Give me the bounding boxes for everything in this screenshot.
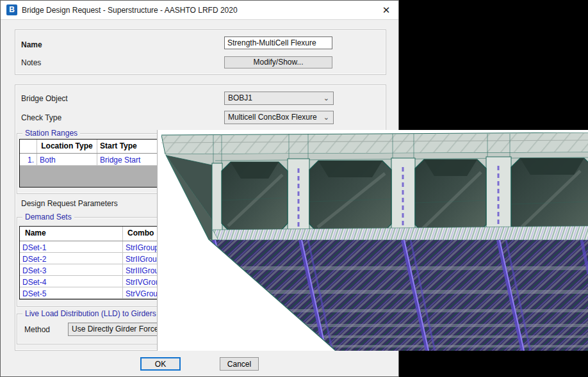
- demand-row-name[interactable]: DSet-4: [20, 276, 123, 287]
- desktop-background: [399, 0, 588, 130]
- bridge-object-select[interactable]: BOBJ1 ⌄: [224, 92, 334, 105]
- demand-row-name[interactable]: DSet-1: [20, 241, 123, 252]
- station-row-location[interactable]: Both: [37, 154, 97, 165]
- name-input[interactable]: Strength-MultiCell Flexure: [224, 36, 332, 49]
- demand-row-name[interactable]: DSet-3: [20, 264, 123, 275]
- lld-group-label: Live Load Distribution (LLD) to Girders: [22, 309, 159, 318]
- notes-label: Notes: [21, 58, 41, 67]
- bridge-model-graphic: [158, 130, 588, 351]
- demand-row-name[interactable]: DSet-2: [20, 253, 123, 264]
- station-col-num-header: [20, 140, 37, 153]
- cancel-button[interactable]: Cancel: [220, 357, 259, 371]
- chevron-down-icon: ⌄: [323, 113, 329, 122]
- close-icon[interactable]: ✕: [379, 3, 393, 17]
- check-type-value: Multicell ConcBox Flexure: [228, 113, 317, 122]
- bridge-3d-render[interactable]: [157, 130, 588, 351]
- dialog-title: Bridge Design Request - Superstructure -…: [22, 6, 238, 15]
- app-icon: B: [6, 4, 17, 15]
- design-request-parameters-label: Design Request Parameters: [21, 199, 118, 208]
- dialog-titlebar[interactable]: B Bridge Design Request - Superstructure…: [1, 1, 398, 20]
- check-type-select[interactable]: Multicell ConcBox Flexure ⌄: [224, 111, 334, 124]
- station-row-num: 1.: [20, 154, 37, 165]
- lld-method-value: Use Directly Girder Forces f: [72, 325, 167, 333]
- demand-sets-group-label: Demand Sets: [22, 213, 74, 221]
- desktop: B Bridge Design Request - Superstructure…: [0, 0, 588, 377]
- method-label: Method: [24, 325, 50, 334]
- demand-row-name[interactable]: DSet-5: [20, 287, 123, 298]
- bridge-object-value: BOBJ1: [228, 93, 252, 102]
- name-label: Name: [21, 40, 42, 49]
- modify-show-button[interactable]: Modify/Show...: [224, 56, 332, 68]
- desktop-background: [399, 351, 588, 377]
- station-ranges-group-label: Station Ranges: [22, 129, 80, 138]
- demand-col-name-header: Name: [20, 227, 123, 241]
- ok-button[interactable]: OK: [140, 357, 181, 371]
- station-col-location-header: Location Type: [37, 140, 97, 153]
- bridge-object-label: Bridge Object: [21, 94, 68, 103]
- check-type-label: Check Type: [21, 113, 61, 122]
- chevron-down-icon: ⌄: [323, 94, 329, 102]
